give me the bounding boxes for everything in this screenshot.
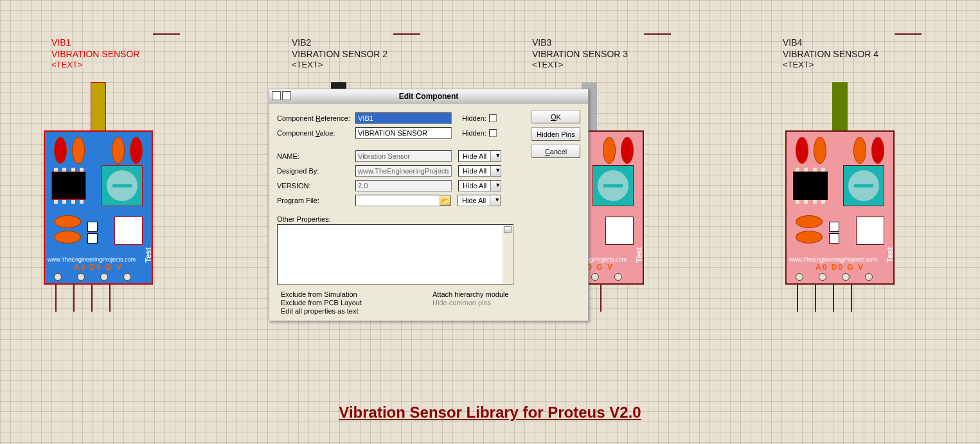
designedby-label: Designed By: (277, 167, 355, 175)
component-value-input[interactable] (355, 127, 452, 139)
test-pin-label: Test (886, 247, 895, 263)
cancel-button[interactable]: Cancel (531, 145, 580, 158)
page-title: Vibration Sensor Library for Proteus V2.… (0, 404, 980, 422)
version-visibility-combo[interactable]: Hide All▼ (458, 180, 501, 191)
version-input[interactable] (355, 180, 452, 191)
other-properties-label: Other Properties: (277, 215, 580, 223)
pin-labels: A0 D0 G V (787, 263, 893, 272)
board-url-label: www.TheEngineeringProjects.com (48, 256, 136, 263)
hidden-checkbox[interactable] (489, 129, 497, 137)
component-label-vib2: VIB2 VIBRATION SENSOR 2 <TEXT> (292, 37, 388, 70)
scrollbar[interactable] (503, 225, 513, 284)
board-url-label: www.TheEngineeringProjects.com (789, 256, 877, 263)
test-pin-label: Test (144, 247, 153, 263)
component-label-vib3: VIB3 VIBRATION SENSOR 3 <TEXT> (532, 37, 628, 70)
component-label-vib1: VIB1 VIBRATION SENSOR <TEXT> (51, 37, 139, 70)
pin-labels: A0 D0 G V (45, 263, 152, 272)
sensor-element-icon (832, 82, 848, 134)
sensor-element-icon (91, 82, 106, 134)
hidden-label: Hidden: (462, 129, 486, 137)
test-pin-label: Test (635, 247, 644, 263)
component-value-label: Component Value: (277, 129, 355, 137)
programfile-input[interactable] (355, 195, 440, 206)
sensor-board: Test www.TheEngineeringProjects.com A0 D… (44, 130, 153, 285)
programfile-visibility-combo[interactable]: Hide All▼ (458, 195, 501, 206)
name-visibility-combo[interactable]: Hide All▼ (458, 150, 501, 162)
browse-icon[interactable]: 📂 (440, 195, 451, 206)
component-reference-input[interactable] (355, 112, 452, 124)
name-input[interactable] (355, 150, 452, 162)
programfile-label: Program File: (277, 197, 355, 204)
other-properties-textarea[interactable] (277, 224, 513, 285)
hidden-label: Hidden: (462, 114, 486, 122)
dialog-title: Edit Component (399, 92, 459, 101)
version-label: VERSION: (277, 182, 355, 190)
hidden-checkbox[interactable] (489, 114, 497, 122)
designedby-input[interactable] (355, 165, 452, 177)
ok-button[interactable]: OK (531, 110, 580, 123)
dialog-titlebar-icons (272, 91, 291, 100)
dialog-titlebar[interactable]: Edit Component (269, 89, 588, 103)
component-reference-label: Component Reference: (277, 114, 355, 122)
edit-component-dialog: Edit Component OK Hidden Pins Cancel Com… (269, 89, 589, 321)
dialog-button-column: OK Hidden Pins Cancel (531, 110, 580, 162)
designedby-visibility-combo[interactable]: Hide All▼ (458, 165, 501, 177)
component-label-vib4: VIB4 VIBRATION SENSOR 4 <TEXT> (783, 37, 878, 70)
name-label: NAME: (277, 152, 355, 160)
hidden-pins-button[interactable]: Hidden Pins (531, 127, 580, 141)
sensor-board: Test www.TheEngineeringProjects.com A0 D… (785, 130, 895, 285)
